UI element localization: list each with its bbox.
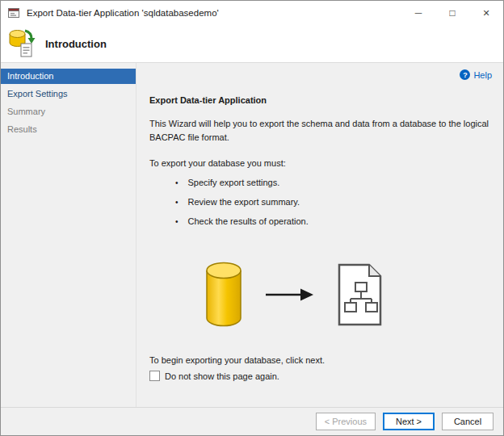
sidebar-item-export-settings[interactable]: Export Settings <box>1 86 136 102</box>
begin-instruction: To begin exporting your database, click … <box>149 355 490 365</box>
titlebar: Export Data-tier Application 'sqldatabas… <box>1 1 503 25</box>
dont-show-again-option[interactable]: Do not show this page again. <box>149 371 490 381</box>
wizard-content: ? Help Export Data-tier Application This… <box>136 63 503 407</box>
wizard-window: Export Data-tier Application 'sqldatabas… <box>0 0 504 436</box>
list-item: Specify export settings. <box>175 178 490 187</box>
bacpac-file-icon <box>335 262 384 329</box>
help-label: Help <box>473 70 492 80</box>
export-dac-icon <box>8 28 36 59</box>
requirements-list: Specify export settings. Review the expo… <box>149 178 490 226</box>
export-illustration <box>204 257 490 334</box>
database-cylinder-icon <box>204 262 243 329</box>
requirements-label: To export your database you must: <box>149 158 490 168</box>
cancel-button[interactable]: Cancel <box>442 413 494 430</box>
maximize-button[interactable]: □ <box>435 1 469 25</box>
sidebar-item-results: Results <box>1 122 136 137</box>
window-title: Export Data-tier Application 'sqldatabas… <box>27 8 401 18</box>
list-item: Review the export summary. <box>175 197 490 207</box>
intro-paragraph: This Wizard will help you to export the … <box>149 117 490 145</box>
content-heading: Export Data-tier Application <box>149 95 490 105</box>
wizard-steps-sidebar: Introduction Export Settings Summary Res… <box>1 63 136 407</box>
arrow-right-icon <box>264 286 314 305</box>
page-title: Introduction <box>45 38 107 50</box>
next-button[interactable]: Next > <box>383 413 435 430</box>
sidebar-item-summary: Summary <box>1 104 136 119</box>
help-link[interactable]: ? Help <box>460 69 492 80</box>
list-item: Check the results of operation. <box>175 216 490 226</box>
wizard-header: Introduction <box>1 25 503 63</box>
previous-button[interactable]: < Previous <box>316 413 376 430</box>
app-icon <box>7 6 22 19</box>
sidebar-item-introduction[interactable]: Introduction <box>1 69 136 84</box>
help-icon: ? <box>460 69 470 80</box>
dont-show-again-checkbox[interactable] <box>149 371 160 381</box>
checkbox-label: Do not show this page again. <box>165 371 279 381</box>
minimize-button[interactable]: ─ <box>401 1 435 25</box>
close-button[interactable]: ✕ <box>469 1 503 25</box>
wizard-footer: < Previous Next > Cancel <box>1 407 503 435</box>
